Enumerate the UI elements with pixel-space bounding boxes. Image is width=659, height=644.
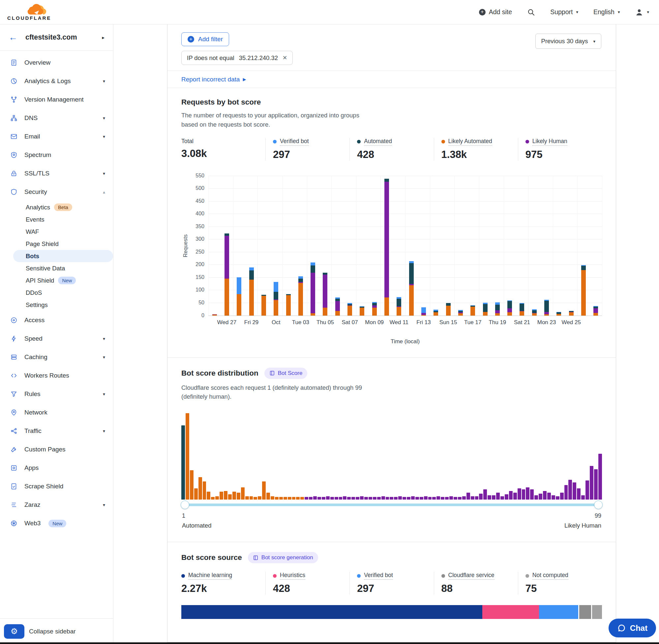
histogram-bar[interactable] (411, 496, 415, 500)
stacked-bar[interactable] (470, 305, 475, 316)
histogram-bar[interactable] (300, 497, 304, 500)
histogram-bar[interactable] (415, 497, 419, 500)
histogram-bar[interactable] (258, 496, 261, 500)
histogram-bar[interactable] (241, 487, 244, 500)
sidebar-item-page-shield[interactable]: Page Shield (13, 238, 113, 250)
sidebar-item-apps[interactable]: Apps (0, 459, 113, 477)
histogram-bar[interactable] (526, 487, 529, 500)
histogram-bar[interactable] (530, 489, 534, 500)
stacked-bar[interactable] (409, 261, 414, 316)
histogram-bar[interactable] (309, 497, 312, 500)
histogram-bar[interactable] (360, 496, 363, 500)
sidebar-item-bots[interactable]: Bots (13, 250, 113, 262)
stacked-bar[interactable] (310, 262, 315, 316)
histogram-bar[interactable] (568, 480, 572, 500)
histogram-bar[interactable] (488, 495, 491, 500)
stat-label-text[interactable]: Verified bot (280, 138, 309, 146)
support-menu[interactable]: Support ▾ (550, 8, 578, 16)
histogram-bar[interactable] (283, 497, 287, 500)
histogram-bar[interactable] (386, 497, 389, 500)
back-arrow-icon[interactable]: ← (8, 33, 18, 42)
chevron-down-icon[interactable]: ▾ (103, 502, 105, 507)
histogram-bar[interactable] (347, 497, 351, 500)
settings-gear-button[interactable]: ⚙ (4, 624, 24, 639)
cloudflare-logo[interactable]: CLOUDFLARE (7, 3, 51, 21)
stacked-bar[interactable] (544, 300, 549, 316)
chevron-right-icon[interactable]: ▸ (102, 34, 104, 41)
histogram-bar[interactable] (335, 497, 338, 500)
stat-label-text[interactable]: Cloudflare service (448, 572, 494, 580)
sidebar-item-email[interactable]: Email▾ (0, 127, 113, 146)
chevron-up-icon[interactable]: ▴ (103, 189, 105, 194)
sidebar-item-waf[interactable]: WAF (13, 226, 113, 238)
histogram-bar[interactable] (339, 497, 343, 500)
histogram-bar[interactable] (560, 493, 564, 500)
sidebar-item-dns[interactable]: DNS▾ (0, 109, 113, 127)
stacked-bar[interactable] (433, 309, 438, 316)
stacked-bar[interactable] (446, 303, 451, 315)
histogram-bar[interactable] (292, 497, 296, 500)
histogram-bar[interactable] (496, 493, 500, 500)
histogram-bar[interactable] (250, 496, 253, 500)
sidebar-item-analytics[interactable]: AnalyticsBeta (13, 201, 113, 213)
histogram-bar[interactable] (288, 497, 291, 500)
stacked-bar[interactable] (495, 302, 500, 315)
histogram-bar[interactable] (441, 497, 444, 500)
histogram-bar[interactable] (198, 477, 202, 500)
histogram-bar[interactable] (377, 497, 381, 500)
stacked-bar[interactable] (237, 277, 241, 316)
stacked-bar[interactable] (569, 311, 573, 315)
histogram-bar[interactable] (551, 495, 555, 500)
stacked-bar[interactable] (323, 273, 327, 316)
histogram-bar[interactable] (556, 496, 560, 500)
histogram-bar[interactable] (590, 466, 593, 500)
sidebar-item-rules[interactable]: Rules▾ (0, 385, 113, 403)
slider-handle-left[interactable] (181, 501, 189, 509)
histogram-bar[interactable] (402, 497, 406, 500)
source-segment-verified-bot[interactable] (539, 605, 578, 619)
sidebar-item-network[interactable]: Network (0, 403, 113, 422)
stacked-bar[interactable] (348, 303, 352, 315)
histogram-bar[interactable] (194, 488, 198, 500)
histogram-bar[interactable] (381, 496, 385, 500)
language-menu[interactable]: English ▾ (593, 8, 620, 16)
histogram-bar[interactable] (547, 493, 551, 500)
histogram-bar[interactable] (479, 493, 483, 500)
histogram-bar[interactable] (356, 497, 359, 500)
stacked-bar[interactable] (274, 282, 278, 316)
histogram-bar[interactable] (224, 491, 228, 500)
stacked-bar[interactable] (249, 268, 254, 315)
sidebar-item-traffic[interactable]: Traffic▾ (0, 422, 113, 440)
histogram-bar[interactable] (270, 496, 274, 500)
histogram-bar[interactable] (492, 495, 495, 500)
histogram-bar[interactable] (445, 497, 449, 500)
sidebar-item-version-management[interactable]: Version Management (0, 90, 113, 109)
source-segment-heuristics[interactable] (482, 605, 539, 619)
histogram-bar[interactable] (203, 481, 206, 500)
sidebar-item-ssl-tls[interactable]: SSL/TLS▾ (0, 164, 113, 183)
histogram-bar[interactable] (305, 497, 308, 500)
histogram-bar[interactable] (564, 485, 568, 500)
histogram-bar[interactable] (266, 493, 270, 500)
histogram-bar[interactable] (539, 493, 542, 500)
bot-score-badge[interactable]: Bot Score (264, 368, 308, 379)
sidebar-item-api-shield[interactable]: API ShieldNew (13, 274, 113, 286)
histogram-bar[interactable] (598, 454, 602, 500)
stacked-bar[interactable] (532, 309, 537, 315)
stacked-bar[interactable] (483, 303, 488, 316)
histogram-bar[interactable] (343, 496, 347, 500)
histogram-bar[interactable] (500, 496, 504, 500)
histogram-bar[interactable] (186, 413, 189, 500)
histogram-bar[interactable] (467, 493, 470, 500)
close-icon[interactable]: ✕ (283, 54, 287, 61)
source-segment-not-computed[interactable] (592, 605, 602, 619)
add-site-button[interactable]: + Add site (479, 8, 512, 16)
stat-label-text[interactable]: Not computed (533, 572, 568, 580)
chevron-down-icon[interactable]: ▾ (103, 171, 105, 176)
add-filter-button[interactable]: + Add filter (181, 32, 229, 46)
histogram-bar[interactable] (483, 489, 487, 500)
sidebar-item-speed[interactable]: Speed▾ (0, 329, 113, 348)
stacked-bar[interactable] (212, 314, 217, 316)
histogram-bar[interactable] (279, 497, 283, 500)
histogram-bar[interactable] (581, 495, 585, 500)
